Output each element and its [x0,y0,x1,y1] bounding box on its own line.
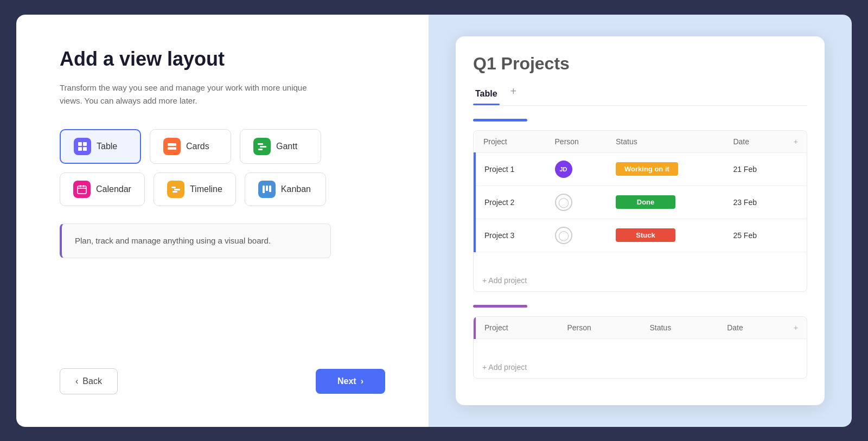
svg-rect-13 [171,187,176,188]
preview-title: Q1 Projects [473,54,807,74]
tab-bar: Table + [473,85,807,106]
layout-gantt-label: Gantt [276,142,297,151]
status-cell-1: Working on it [607,152,724,186]
description-box: Plan, track and manage anything using a … [60,223,331,259]
table-icon [74,138,91,155]
first-table: Project Person Status Date + Project 1 J… [474,131,807,252]
second-table: Project Person Status Date + [474,317,807,339]
layout-calendar-label: Calendar [96,184,131,194]
project-name-1: Project 1 [475,152,546,186]
first-table-wrapper: Project Person Status Date + Project 1 J… [473,130,807,292]
page-title: Add a view layout [60,47,385,71]
next-button[interactable]: Next › [316,369,385,394]
col-person-2: Person [558,317,641,339]
svg-rect-17 [266,186,268,191]
left-panel: Add a view layout Transform the way you … [16,15,429,427]
date-cell-3: 25 Feb [724,219,784,252]
svg-rect-3 [83,147,87,151]
svg-rect-14 [174,189,180,190]
date-cell-1: 21 Feb [724,152,784,186]
tab-add-button[interactable]: + [508,85,519,104]
svg-rect-18 [269,186,271,192]
status-badge-done: Done [616,195,675,209]
back-chevron-icon: ‹ [75,376,78,386]
project-name-3: Project 3 [475,219,546,252]
table-row: Project 1 JD Working on it 21 Feb [475,152,807,186]
layout-btn-table[interactable]: Table [60,129,141,164]
svg-rect-1 [83,142,87,146]
status-cell-3: Stuck [607,219,724,252]
kanban-icon [258,181,276,198]
main-container: Add a view layout Transform the way you … [16,15,852,427]
svg-rect-4 [168,143,176,146]
tab-table[interactable]: Table [473,85,500,105]
col-status-1: Status [607,131,724,153]
extra-cell-3 [785,219,807,252]
person-cell-3: ◯ [546,219,608,252]
table-row: Project 2 ◯ Done 23 Feb [475,186,807,219]
back-label: Back [82,376,102,386]
avatar-empty-3: ◯ [555,227,572,244]
svg-rect-8 [258,149,263,150]
next-chevron-icon: › [361,376,363,386]
col-project-1: Project [475,131,546,153]
col-status-2: Status [641,317,718,339]
status-badge-stuck: Stuck [616,228,675,242]
layout-timeline-label: Timeline [190,184,222,194]
layout-btn-timeline[interactable]: Timeline [154,172,236,206]
group-divider-purple [473,305,527,308]
nav-buttons: ‹ Back Next › [60,357,385,394]
col-project-2: Project [475,317,558,339]
status-badge-working: Working on it [616,162,678,176]
left-content: Add a view layout Transform the way you … [60,47,385,357]
status-cell-2: Done [607,186,724,219]
avatar-empty-2: ◯ [555,194,572,211]
col-plus-1[interactable]: + [785,131,807,153]
layout-btn-gantt[interactable]: Gantt [240,129,321,164]
table-row: Project 3 ◯ Stuck 25 Feb [475,219,807,252]
avatar-jd: JD [555,161,572,178]
right-panel: Q1 Projects Table + Project Person [429,15,852,427]
col-person-1: Person [546,131,608,153]
svg-rect-0 [78,142,82,146]
timeline-icon [167,181,184,198]
date-cell-2: 23 Feb [724,186,784,219]
layout-btn-calendar[interactable]: Calendar [60,172,145,206]
page-subtitle: Transform the way you see and manage you… [60,81,320,107]
extra-cell-1 [785,152,807,186]
add-project-1[interactable]: + Add project [474,270,807,291]
person-cell-2: ◯ [546,186,608,219]
gantt-icon [253,138,271,155]
col-date-2: Date [718,317,785,339]
description-text: Plan, track and manage anything using a … [75,236,271,245]
add-project-2[interactable]: + Add project [474,356,807,378]
second-table-wrapper: Project Person Status Date + + Add proje… [473,316,807,379]
next-label: Next [337,376,356,386]
svg-rect-16 [263,186,265,193]
layout-options: Table Cards [60,129,385,206]
extra-cell-2 [785,186,807,219]
preview-card: Q1 Projects Table + Project Person [456,36,825,405]
svg-rect-7 [260,146,266,148]
layout-table-label: Table [97,142,117,151]
svg-rect-6 [258,143,263,145]
layout-cards-label: Cards [186,142,209,151]
col-date-1: Date [724,131,784,153]
back-button[interactable]: ‹ Back [60,368,118,394]
calendar-icon [73,181,91,198]
svg-rect-2 [78,147,82,151]
project-name-2: Project 2 [475,186,546,219]
group-divider-blue [473,119,527,122]
layout-btn-kanban[interactable]: Kanban [245,172,326,206]
cards-icon [163,138,181,155]
svg-rect-15 [173,191,177,193]
svg-rect-9 [78,186,86,194]
layout-kanban-label: Kanban [281,184,311,194]
svg-rect-5 [168,147,176,150]
layout-btn-cards[interactable]: Cards [150,129,231,164]
col-plus-2[interactable]: + [785,317,807,339]
person-cell-1: JD [546,152,608,186]
